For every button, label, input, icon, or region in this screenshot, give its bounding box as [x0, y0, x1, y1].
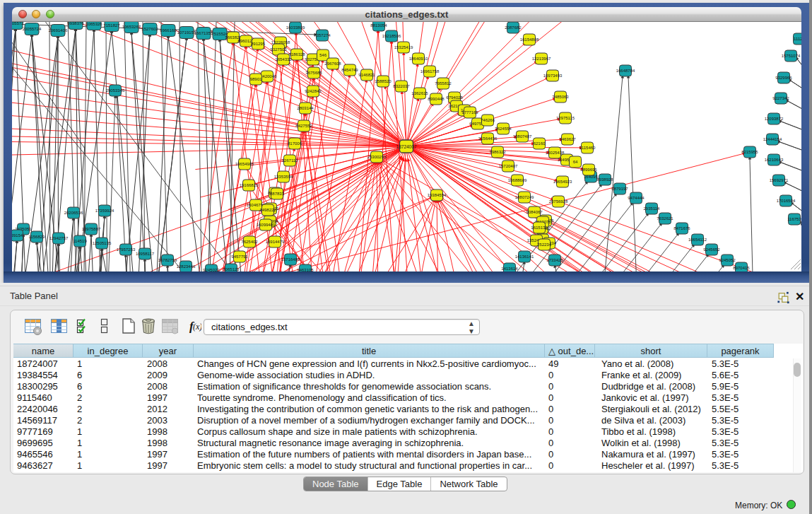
svg-text:6966160: 6966160	[160, 28, 177, 33]
svg-text:29053346: 29053346	[106, 88, 125, 93]
svg-text:1362615: 1362615	[411, 91, 428, 95]
svg-text:252234: 252234	[537, 243, 552, 247]
svg-text:9245052: 9245052	[719, 258, 736, 262]
svg-text:19384554: 19384554	[428, 193, 447, 197]
svg-text:19654985: 19654985	[235, 162, 254, 166]
svg-text:7955812: 7955812	[435, 81, 452, 86]
svg-text:(x): (x)	[193, 322, 201, 332]
svg-text:9245023: 9245023	[203, 268, 220, 271]
svg-text:10653267: 10653267	[122, 25, 141, 29]
svg-text:12823446: 12823446	[177, 264, 196, 269]
svg-text:10973493: 10973493	[543, 74, 563, 78]
svg-text:12942757: 12942757	[49, 236, 69, 240]
svg-text:1654332: 1654332	[275, 57, 292, 62]
svg-text:9463105: 9463105	[297, 268, 314, 271]
svg-text:11123: 11123	[794, 37, 801, 41]
svg-text:6794028: 6794028	[446, 95, 463, 100]
svg-text:12505135: 12505135	[93, 241, 112, 245]
svg-text:2087682: 2087682	[505, 25, 522, 30]
svg-text:114519: 114519	[73, 239, 87, 243]
svg-text:13975887: 13975887	[82, 227, 101, 231]
svg-text:7632621: 7632621	[657, 216, 673, 221]
svg-text:9474444: 9474444	[628, 196, 645, 200]
svg-text:7357274: 7357274	[314, 33, 331, 37]
svg-text:9115460: 9115460	[579, 146, 596, 150]
svg-text:8813054: 8813054	[370, 23, 387, 28]
svg-text:817006: 817006	[288, 141, 302, 146]
svg-text:17359924: 17359924	[95, 209, 114, 213]
svg-text:15751074: 15751074	[782, 54, 801, 58]
svg-text:1065326: 1065326	[86, 22, 102, 26]
svg-text:15692971: 15692971	[770, 178, 789, 182]
svg-text:3624554: 3624554	[495, 127, 512, 131]
svg-text:16782759: 16782759	[158, 258, 177, 262]
svg-text:891295: 891295	[251, 42, 266, 46]
svg-text:8065123: 8065123	[223, 267, 240, 271]
svg-text:64: 64	[573, 160, 578, 164]
svg-text:546: 546	[319, 53, 327, 57]
svg-text:1615132: 1615132	[531, 226, 548, 230]
svg-text:18640910: 18640910	[409, 57, 428, 61]
svg-text:887833: 887833	[270, 192, 285, 196]
svg-text:8970415: 8970415	[733, 266, 750, 270]
svg-text:9245652: 9245652	[703, 247, 720, 252]
svg-text:9084067: 9084067	[526, 210, 543, 214]
svg-text:8322037: 8322037	[393, 84, 410, 88]
svg-text:8990448: 8990448	[428, 97, 445, 101]
svg-text:7986322: 7986322	[489, 150, 506, 154]
svg-text:116753: 116753	[787, 217, 801, 221]
svg-text:9327503: 9327503	[270, 47, 287, 52]
svg-text:8938928: 8938928	[596, 177, 613, 182]
svg-text:10807487: 10807487	[513, 134, 532, 139]
svg-text:25300293: 25300293	[367, 155, 387, 159]
svg-text:9463627: 9463627	[559, 137, 576, 141]
svg-text:13353594: 13353594	[274, 175, 293, 179]
svg-text:10688609: 10688609	[508, 178, 527, 182]
svg-text:12093872: 12093872	[765, 117, 784, 121]
svg-text:19166825: 19166825	[240, 183, 259, 187]
svg-text:15716485: 15716485	[281, 257, 300, 262]
svg-text:1733426: 1733426	[546, 258, 563, 262]
svg-text:1588520: 1588520	[375, 79, 392, 83]
svg-text:8427552: 8427552	[295, 124, 312, 128]
svg-text:1413614: 1413614	[501, 267, 518, 271]
svg-text:9242843: 9242843	[305, 89, 322, 93]
svg-text:21564436: 21564436	[478, 136, 498, 141]
svg-text:98901: 98901	[250, 77, 262, 81]
svg-text:8215955: 8215955	[741, 150, 758, 154]
svg-text:9146821: 9146821	[358, 73, 375, 77]
svg-text:1527602: 1527602	[141, 27, 158, 31]
svg-text:16099489: 16099489	[257, 223, 276, 227]
svg-text:10958117: 10958117	[136, 252, 155, 256]
svg-text:16154808: 16154808	[520, 37, 539, 42]
svg-text:1156829: 1156829	[29, 235, 46, 239]
svg-text:20756928: 20756928	[549, 199, 568, 204]
svg-text:0899695: 0899695	[580, 168, 597, 172]
svg-text:2967608: 2967608	[324, 62, 341, 66]
svg-text:16648784: 16648784	[616, 69, 635, 73]
svg-text:15325419: 15325419	[394, 45, 413, 49]
svg-text:20206536: 20206536	[64, 211, 83, 215]
svg-text:12975115: 12975115	[556, 116, 575, 120]
svg-text:20055724: 20055724	[23, 27, 42, 31]
svg-text:6879197: 6879197	[611, 187, 628, 191]
svg-text:7625402: 7625402	[241, 240, 258, 244]
svg-text:16671355: 16671355	[194, 31, 213, 35]
svg-text:8186328: 8186328	[288, 52, 305, 57]
svg-text:3675685: 3675685	[305, 71, 322, 75]
svg-text:39154: 39154	[12, 233, 23, 238]
svg-text:19654923: 19654923	[553, 180, 572, 184]
svg-text:18807249: 18807249	[515, 195, 534, 199]
svg-text:19218506: 19218506	[382, 34, 401, 38]
svg-text:12444154: 12444154	[763, 137, 782, 141]
svg-text:746266: 746266	[481, 118, 495, 122]
svg-text:18724007: 18724007	[396, 144, 417, 149]
svg-text:10654112: 10654112	[688, 238, 707, 242]
svg-text:9938376: 9938376	[67, 22, 84, 25]
svg-text:9777169: 9777169	[461, 110, 478, 115]
svg-text:1498222: 1498222	[259, 208, 276, 212]
svg-text:16033809: 16033809	[286, 25, 305, 30]
svg-text:14136141: 14136141	[515, 255, 534, 259]
svg-text:8471676: 8471676	[673, 226, 690, 230]
svg-text:16914479: 16914479	[266, 240, 285, 244]
